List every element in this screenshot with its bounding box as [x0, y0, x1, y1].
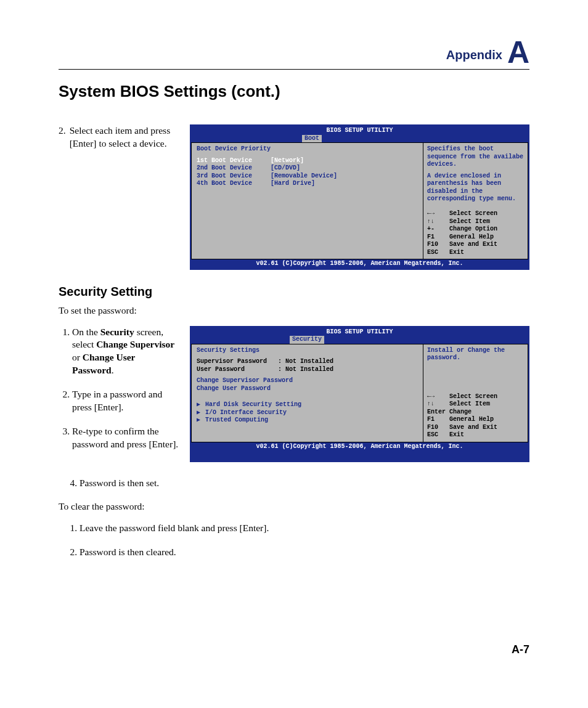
bios-submenu: ▶Trusted Computing	[197, 417, 418, 425]
bios-help1: Specifies the boot sequence from the ava…	[427, 145, 524, 169]
pwd-action: Change Supervisor Password	[197, 377, 418, 385]
set-pwd-step: On the Security screen, select Change Su…	[72, 326, 179, 378]
bios2-tab: Security	[290, 336, 324, 344]
clear-pwd-step: Password is then cleared.	[80, 546, 529, 559]
bios2-help-panel: Install or Change the password. ←→ Selec…	[423, 344, 528, 442]
bios-submenu: ▶I/O Interface Security	[197, 409, 418, 417]
bios2-left-panel: Security Settings Supervisor Password : …	[191, 344, 423, 442]
boot-device-row: 4th Boot Device [Hard Drive]	[197, 180, 418, 188]
bios2-tab-row: Security	[191, 336, 528, 344]
boot-device-row: 3rd Boot Device [Removable Device]	[197, 173, 418, 181]
security-steps: On the Security screen, select Change Su…	[59, 326, 179, 462]
step2-body: Select each item and press [Enter] to se…	[70, 124, 179, 150]
bios2-titlebar: BIOS SETUP UTILITY	[191, 327, 528, 336]
boot-priority-section: 2. Select each item and press [Enter] to…	[59, 124, 529, 270]
appendix-label: Appendix	[446, 48, 502, 62]
bios-key-help: ←→ Select Screen ↑↓ Select Item +- Chang…	[427, 210, 524, 256]
bios2-footer: v02.61 (C)Copyright 1985-2006, American …	[191, 442, 528, 452]
page-number: A-7	[512, 643, 529, 656]
bios2-section: Security Settings	[197, 347, 418, 355]
security-heading: Security Setting	[59, 285, 529, 299]
bios-titlebar: BIOS SETUP UTILITY	[191, 126, 528, 135]
triangle-icon: ▶	[197, 401, 200, 409]
bios-boot-box: BIOS SETUP UTILITY Boot Boot Device Prio…	[190, 124, 529, 270]
clear-pwd-intro: To clear the password:	[59, 501, 529, 512]
bios-footer: v02.61 (C)Copyright 1985-2006, American …	[191, 259, 528, 269]
bios2-key-help: ←→ Select Screen ↑↓ Select Item Enter Ch…	[427, 393, 524, 439]
page-header: Appendix A	[59, 37, 529, 70]
set-pwd-intro: To set the password:	[59, 305, 529, 316]
bios-section: Boot Device Priority	[197, 145, 418, 153]
set-pwd-step: Type in a password and press [Enter].	[72, 388, 179, 414]
bios-help2: A device enclosed in parenthesis has bee…	[427, 173, 524, 203]
clear-pwd-list: Leave the password field blank and press…	[59, 522, 529, 559]
pwd-status-row: Supervisor Password : Not Installed	[197, 358, 418, 366]
clear-pwd-step: Leave the password field blank and press…	[80, 522, 529, 535]
appendix-letter: A	[507, 37, 529, 68]
bios-left-panel: Boot Device Priority 1st Boot Device [Ne…	[191, 142, 423, 259]
bios-submenu: ▶Hard Disk Security Setting	[197, 401, 418, 409]
bios-tab-row: Boot	[191, 135, 528, 143]
page-title: System BIOS Settings (cont.)	[59, 82, 529, 101]
triangle-icon: ▶	[197, 409, 200, 417]
set-pwd-tail: Password is then set.	[59, 477, 529, 490]
set-pwd-step: Password is then set.	[80, 477, 529, 490]
security-section: On the Security screen, select Change Su…	[59, 326, 529, 462]
step2-text: 2. Select each item and press [Enter] to…	[59, 124, 179, 270]
bios-tab: Boot	[302, 135, 322, 143]
pwd-action: Change User Password	[197, 385, 418, 393]
bios-help-panel: Specifies the boot sequence from the ava…	[423, 142, 528, 259]
set-pwd-step: Re-type to confirm the password and pres…	[72, 425, 179, 451]
triangle-icon: ▶	[197, 417, 200, 425]
pwd-status-row: User Password : Not Installed	[197, 366, 418, 374]
boot-device-row: 2nd Boot Device [CD/DVD]	[197, 165, 418, 173]
bios-security-box: BIOS SETUP UTILITY Security Security Set…	[190, 326, 529, 462]
boot-device-row: 1st Boot Device [Network]	[197, 157, 418, 165]
bios2-help1: Install or Change the password.	[427, 347, 524, 362]
step2-num: 2.	[59, 124, 66, 150]
